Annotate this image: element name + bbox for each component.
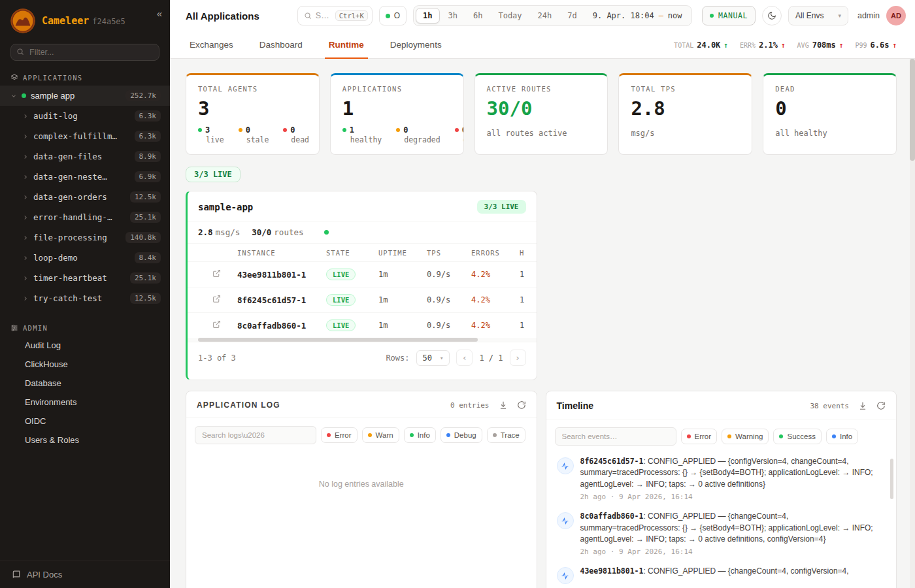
env-selector[interactable]: All Envs ▾ bbox=[788, 6, 848, 25]
external-link-icon[interactable] bbox=[212, 269, 221, 278]
sidebar-item-environments[interactable]: Environments bbox=[0, 393, 170, 412]
sidebar-route-data-gen-files[interactable]: data-gen-files8.9k bbox=[0, 146, 170, 167]
sidebar-app-sample-app[interactable]: sample app 252.7k bbox=[0, 86, 170, 106]
sidebar-route-data-gen-orders[interactable]: data-gen-orders12.5k bbox=[0, 187, 170, 207]
manual-mode-badge[interactable]: MANUAL bbox=[702, 6, 756, 25]
log-filter-debug[interactable]: Debug bbox=[441, 427, 482, 443]
table-row[interactable]: 8c0affadb860-1 LIVE 1m 0.9/s 4.2% 1 bbox=[188, 313, 537, 338]
horizontal-scrollbar[interactable] bbox=[188, 338, 537, 342]
live-summary-chip[interactable]: 3/3 LIVE bbox=[186, 167, 241, 182]
next-page-button[interactable]: › bbox=[510, 350, 526, 366]
app-tps: 2.8msg/s bbox=[198, 227, 240, 237]
layers-icon bbox=[10, 74, 18, 82]
sidebar-route-data-gen-nested[interactable]: data-gen-neste…6.9k bbox=[0, 167, 170, 187]
trend-up-icon: ↑ bbox=[892, 41, 897, 50]
prev-page-button[interactable]: ‹ bbox=[456, 350, 473, 366]
timeline-panel: Timeline 38 events Error Warning Success… bbox=[546, 391, 897, 588]
global-search[interactable]: Ctrl+K bbox=[297, 6, 373, 25]
range-24h[interactable]: 24h bbox=[531, 8, 559, 24]
table-header-row: INSTANCE STATE UPTIME TPS ERRORS H bbox=[188, 244, 537, 262]
sidebar-route-complex-fulfillment[interactable]: complex-fulfillm…6.3k bbox=[0, 126, 170, 146]
horizontal-scrollbar-thumb[interactable] bbox=[198, 338, 478, 342]
log-search-input[interactable] bbox=[195, 426, 316, 444]
rows-label: Rows: bbox=[386, 353, 409, 363]
range-7d[interactable]: 7d bbox=[560, 8, 584, 24]
timeline-event[interactable]: 8f6245c61d57-1: CONFIG_APPLIED — {config… bbox=[557, 456, 882, 501]
rows-per-page-select[interactable]: 50 ▾ bbox=[416, 350, 450, 366]
timeline-filter-success[interactable]: Success bbox=[773, 429, 821, 444]
online-dot bbox=[386, 14, 390, 18]
range-3h[interactable]: 3h bbox=[441, 8, 465, 24]
refresh-icon[interactable] bbox=[876, 401, 886, 410]
stat-stale: 0stale bbox=[239, 125, 269, 144]
count-badge: 25.1k bbox=[130, 212, 161, 223]
external-link-icon[interactable] bbox=[212, 295, 221, 303]
timeline-scrollbar-thumb[interactable] bbox=[890, 459, 893, 499]
tab-dashboard[interactable]: Dashboard bbox=[256, 31, 307, 58]
count-badge: 6.3k bbox=[135, 131, 161, 142]
sliders-icon bbox=[10, 324, 18, 332]
external-link-icon[interactable] bbox=[212, 320, 221, 329]
count-badge: 6.9k bbox=[135, 171, 161, 182]
tab-runtime[interactable]: Runtime bbox=[325, 31, 368, 58]
download-icon[interactable] bbox=[499, 400, 508, 410]
timeline-filter-info[interactable]: Info bbox=[826, 429, 858, 444]
chevron-down-icon[interactable] bbox=[10, 93, 17, 99]
sidebar-item-oidc[interactable]: OIDC bbox=[0, 412, 170, 431]
window-scrollbar[interactable] bbox=[910, 59, 915, 588]
sidebar-route-error-handling[interactable]: error-handling-…25.1k bbox=[0, 207, 170, 227]
log-filter-warn[interactable]: Warn bbox=[362, 427, 399, 443]
sidebar-route-try-catch-test[interactable]: try-catch-test12.5k bbox=[0, 288, 170, 308]
chevron-right-icon bbox=[22, 154, 29, 160]
sidebar-item-clickhouse[interactable]: ClickHouse bbox=[0, 355, 170, 374]
table-row[interactable]: 8f6245c61d57-1 LIVE 1m 0.9/s 4.2% 1 bbox=[188, 287, 537, 313]
timeline-event[interactable]: 8c0affadb860-1: CONFIG_APPLIED — {change… bbox=[557, 511, 882, 556]
sidebar-item-users-roles[interactable]: Users & Roles bbox=[0, 431, 170, 449]
sidebar-route-loop-demo[interactable]: loop-demo8.4k bbox=[0, 248, 170, 268]
log-filter-info[interactable]: Info bbox=[404, 427, 436, 443]
download-icon[interactable] bbox=[858, 401, 867, 410]
range-6h[interactable]: 6h bbox=[466, 8, 490, 24]
timeline-filter-error[interactable]: Error bbox=[681, 429, 718, 444]
event-timestamp: 2h ago · 9 Apr 2026, 16:14 bbox=[580, 547, 882, 556]
sidebar-item-audit-log[interactable]: Audit Log bbox=[0, 336, 170, 355]
timeline-search-input[interactable] bbox=[555, 427, 676, 446]
count-badge: 25.1k bbox=[130, 272, 161, 284]
sidebar-route-timer-heartbeat[interactable]: timer-heartbeat25.1k bbox=[0, 268, 170, 288]
log-entries-count: 0 entries bbox=[450, 401, 490, 410]
row-count: 1-3 of 3 bbox=[198, 353, 236, 363]
username: admin bbox=[857, 11, 880, 20]
sidebar-route-audit-log[interactable]: audit-log6.3k bbox=[0, 106, 170, 126]
tab-exchanges[interactable]: Exchanges bbox=[186, 31, 237, 58]
count-badge: 140.8k bbox=[125, 232, 161, 243]
filter-input[interactable] bbox=[10, 44, 159, 61]
range-today[interactable]: Today bbox=[491, 8, 529, 24]
sidebar-collapse-button[interactable]: « bbox=[157, 8, 162, 19]
count-badge: 8.9k bbox=[135, 151, 161, 162]
timeline-filter-warning[interactable]: Warning bbox=[722, 429, 769, 444]
page-title: All Applications bbox=[186, 10, 259, 22]
sidebar-filter bbox=[10, 44, 159, 61]
dark-mode-toggle[interactable] bbox=[762, 6, 782, 25]
info-dot bbox=[410, 433, 414, 437]
sidebar-item-database[interactable]: Database bbox=[0, 374, 170, 393]
log-filter-error[interactable]: Error bbox=[321, 427, 358, 443]
sidebar-route-file-processing[interactable]: file-processing140.8k bbox=[0, 227, 170, 248]
timeline-events-list: 8f6245c61d57-1: CONFIG_APPLIED — {config… bbox=[546, 452, 897, 588]
search-shortcut-kbd: Ctrl+K bbox=[335, 10, 368, 21]
chevron-right-icon bbox=[22, 194, 29, 201]
api-docs-link[interactable]: API Docs bbox=[0, 561, 170, 588]
range-1h[interactable]: 1h bbox=[416, 8, 439, 24]
log-filter-trace[interactable]: Trace bbox=[487, 427, 525, 443]
timeline-event[interactable]: 43ee9811b801-1: CONFIG_APPLIED — {change… bbox=[557, 566, 882, 584]
table-row[interactable]: 43ee9811b801-1 LIVE 1m 0.9/s 4.2% 1 bbox=[188, 262, 537, 287]
global-search-input[interactable] bbox=[316, 11, 331, 20]
range-dates[interactable]: 9. Apr. 18:04 — now bbox=[586, 11, 690, 20]
metric-p99: P996.6s↑ bbox=[855, 41, 897, 50]
tab-deployments[interactable]: Deployments bbox=[386, 31, 446, 58]
avatar[interactable]: AD bbox=[886, 6, 906, 25]
refresh-icon[interactable] bbox=[517, 400, 526, 410]
window-scrollbar-thumb[interactable] bbox=[910, 59, 915, 161]
online-status-chip[interactable]: O bbox=[379, 6, 407, 25]
trace-dot bbox=[493, 433, 497, 437]
